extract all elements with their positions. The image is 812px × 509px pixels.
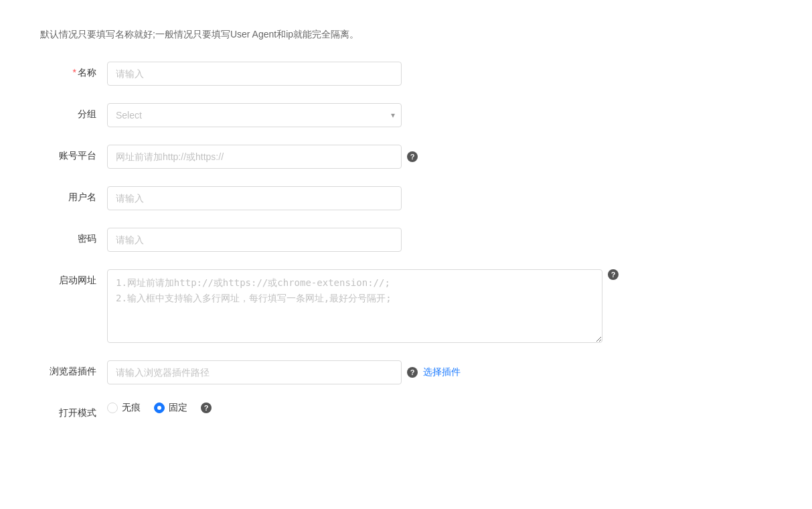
name-required: *: [73, 67, 76, 78]
name-control-wrapper: [107, 62, 509, 86]
platform-input[interactable]: [107, 145, 402, 169]
password-input[interactable]: [107, 228, 402, 252]
group-select[interactable]: Select: [107, 103, 402, 127]
fixed-radio-label: 固定: [169, 402, 187, 414]
browser-plugin-label: 浏览器插件: [40, 360, 107, 378]
fixed-radio[interactable]: 固定: [154, 402, 187, 414]
traceless-radio-label: 无痕: [122, 402, 141, 414]
group-control-wrapper: Select ▾: [107, 103, 509, 127]
open-mode-row: 打开模式 无痕 固定 ?: [40, 402, 772, 419]
browser-plugin-input[interactable]: [107, 360, 402, 384]
start-url-label: 启动网址: [40, 269, 107, 287]
password-control-wrapper: [107, 228, 509, 252]
platform-label: 账号平台: [40, 145, 107, 162]
traceless-radio[interactable]: 无痕: [107, 402, 141, 414]
open-mode-help-icon[interactable]: ?: [201, 403, 212, 413]
username-control-wrapper: [107, 186, 509, 210]
start-url-row: 启动网址 ?: [40, 269, 772, 343]
password-label: 密码: [40, 228, 107, 245]
name-row: *名称: [40, 62, 772, 86]
password-row: 密码: [40, 228, 772, 252]
select-plugin-button[interactable]: 选择插件: [423, 366, 461, 378]
group-row: 分组 Select ▾: [40, 103, 772, 127]
name-label: *名称: [40, 62, 107, 79]
platform-help-icon[interactable]: ?: [407, 151, 418, 162]
browser-plugin-help-icon[interactable]: ?: [407, 367, 418, 378]
browser-plugin-row: 浏览器插件 ? 选择插件: [40, 360, 772, 384]
platform-row: 账号平台 ?: [40, 145, 772, 169]
start-url-help-icon[interactable]: ?: [608, 269, 619, 280]
group-select-wrapper: Select ▾: [107, 103, 402, 127]
name-input[interactable]: [107, 62, 402, 86]
username-input[interactable]: [107, 186, 402, 210]
username-label: 用户名: [40, 186, 107, 204]
open-mode-label: 打开模式: [40, 402, 107, 419]
description-text: 默认情况只要填写名称就好;一般情况只要填写User Agent和ip就能完全隔离…: [40, 27, 772, 42]
browser-plugin-control-wrapper: ? 选择插件: [107, 360, 509, 384]
start-url-control-wrapper: ?: [107, 269, 619, 343]
open-mode-control-wrapper: 无痕 固定 ?: [107, 402, 212, 414]
start-url-textarea[interactable]: [107, 269, 602, 343]
fixed-radio-circle: [154, 403, 165, 413]
group-label: 分组: [40, 103, 107, 121]
platform-control-wrapper: ?: [107, 145, 509, 169]
page-container: 默认情况只要填写名称就好;一般情况只要填写User Agent和ip就能完全隔离…: [0, 0, 812, 509]
username-row: 用户名: [40, 186, 772, 210]
traceless-radio-circle: [107, 403, 118, 413]
